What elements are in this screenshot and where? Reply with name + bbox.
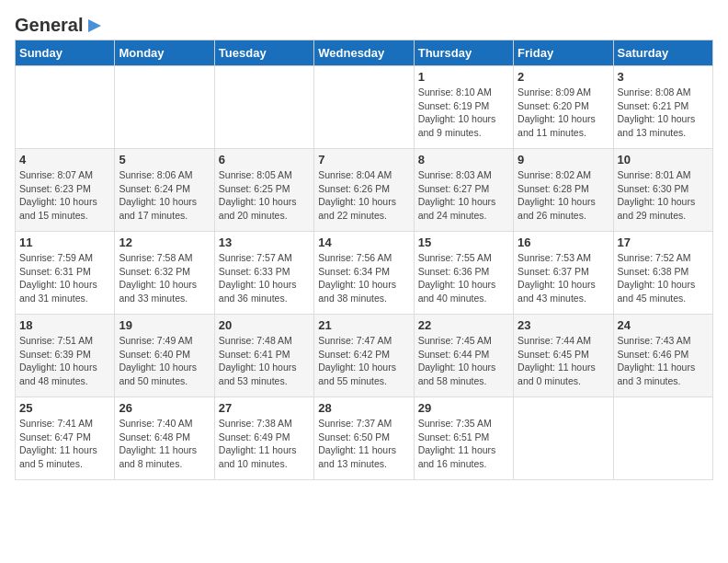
calendar-cell [514,397,613,480]
day-info: Sunrise: 8:10 AMSunset: 6:19 PMDaylight:… [418,86,509,140]
day-info: Sunrise: 7:43 AMSunset: 6:46 PMDaylight:… [618,334,709,388]
weekday-header-tuesday: Tuesday [214,40,313,66]
logo: General [15,15,105,32]
calendar-cell: 13Sunrise: 7:57 AMSunset: 6:33 PMDayligh… [214,232,313,315]
calendar-cell: 11Sunrise: 7:59 AMSunset: 6:31 PMDayligh… [16,232,115,315]
calendar-cell: 14Sunrise: 7:56 AMSunset: 6:34 PMDayligh… [314,232,414,315]
day-number: 14 [318,236,409,249]
weekday-header-sunday: Sunday [16,40,115,66]
day-info: Sunrise: 7:40 AMSunset: 6:48 PMDaylight:… [119,417,210,471]
day-info: Sunrise: 7:55 AMSunset: 6:36 PMDaylight:… [418,251,509,305]
day-number: 1 [418,70,509,84]
calendar-cell [613,397,712,480]
calendar-cell: 4Sunrise: 8:07 AMSunset: 6:23 PMDaylight… [16,149,115,232]
day-number: 17 [618,236,709,249]
day-number: 19 [119,318,210,332]
day-info: Sunrise: 8:04 AMSunset: 6:26 PMDaylight:… [318,168,409,223]
calendar-week-3: 18Sunrise: 7:51 AMSunset: 6:39 PMDayligh… [16,315,713,397]
day-number: 22 [418,318,509,332]
calendar-week-2: 11Sunrise: 7:59 AMSunset: 6:31 PMDayligh… [16,232,713,315]
day-info: Sunrise: 8:03 AMSunset: 6:27 PMDaylight:… [418,168,509,223]
day-info: Sunrise: 8:06 AMSunset: 6:24 PMDaylight:… [119,168,210,223]
calendar-cell: 19Sunrise: 7:49 AMSunset: 6:40 PMDayligh… [115,315,214,397]
day-number: 16 [518,236,609,249]
day-info: Sunrise: 7:57 AMSunset: 6:33 PMDaylight:… [219,251,310,305]
logo-arrow-icon [85,16,105,36]
day-info: Sunrise: 7:47 AMSunset: 6:42 PMDaylight:… [318,334,409,388]
calendar-cell [214,66,313,149]
calendar-cell: 12Sunrise: 7:58 AMSunset: 6:32 PMDayligh… [115,232,214,315]
day-number: 12 [119,236,210,249]
day-info: Sunrise: 8:07 AMSunset: 6:23 PMDaylight:… [19,168,110,223]
calendar-cell: 29Sunrise: 7:35 AMSunset: 6:51 PMDayligh… [414,397,513,480]
day-info: Sunrise: 7:49 AMSunset: 6:40 PMDaylight:… [119,334,210,388]
weekday-header-wednesday: Wednesday [314,40,414,66]
day-info: Sunrise: 7:48 AMSunset: 6:41 PMDaylight:… [219,334,310,388]
calendar-cell: 8Sunrise: 8:03 AMSunset: 6:27 PMDaylight… [414,149,513,232]
day-info: Sunrise: 7:52 AMSunset: 6:38 PMDaylight:… [618,251,709,305]
day-number: 20 [219,318,310,332]
day-number: 8 [418,153,509,167]
day-number: 2 [518,70,609,84]
calendar-cell: 5Sunrise: 8:06 AMSunset: 6:24 PMDaylight… [115,149,214,232]
day-number: 9 [518,153,609,167]
day-number: 11 [19,236,110,249]
day-info: Sunrise: 8:01 AMSunset: 6:30 PMDaylight:… [618,168,709,223]
calendar-cell: 25Sunrise: 7:41 AMSunset: 6:47 PMDayligh… [16,397,115,480]
weekday-header-monday: Monday [115,40,214,66]
calendar-cell: 10Sunrise: 8:01 AMSunset: 6:30 PMDayligh… [613,149,712,232]
calendar-week-0: 1Sunrise: 8:10 AMSunset: 6:19 PMDaylight… [16,66,713,149]
day-number: 25 [19,401,110,415]
day-number: 23 [518,318,609,332]
calendar-cell: 27Sunrise: 7:38 AMSunset: 6:49 PMDayligh… [214,397,313,480]
calendar-cell: 18Sunrise: 7:51 AMSunset: 6:39 PMDayligh… [16,315,115,397]
day-info: Sunrise: 7:45 AMSunset: 6:44 PMDaylight:… [418,334,509,388]
day-info: Sunrise: 8:05 AMSunset: 6:25 PMDaylight:… [219,168,310,223]
calendar-week-4: 25Sunrise: 7:41 AMSunset: 6:47 PMDayligh… [16,397,713,480]
day-number: 13 [219,236,310,249]
calendar-cell: 28Sunrise: 7:37 AMSunset: 6:50 PMDayligh… [314,397,414,480]
day-number: 15 [418,236,509,249]
calendar-cell: 21Sunrise: 7:47 AMSunset: 6:42 PMDayligh… [314,315,414,397]
calendar-cell: 9Sunrise: 8:02 AMSunset: 6:28 PMDaylight… [514,149,613,232]
calendar-cell: 15Sunrise: 7:55 AMSunset: 6:36 PMDayligh… [414,232,513,315]
calendar-week-1: 4Sunrise: 8:07 AMSunset: 6:23 PMDaylight… [16,149,713,232]
logo-general: General [15,15,83,36]
calendar-cell: 6Sunrise: 8:05 AMSunset: 6:25 PMDaylight… [214,149,313,232]
day-number: 6 [219,153,310,167]
calendar-header-row: SundayMondayTuesdayWednesdayThursdayFrid… [16,40,713,66]
calendar-cell: 26Sunrise: 7:40 AMSunset: 6:48 PMDayligh… [115,397,214,480]
day-info: Sunrise: 7:35 AMSunset: 6:51 PMDaylight:… [418,417,509,471]
calendar-cell: 16Sunrise: 7:53 AMSunset: 6:37 PMDayligh… [514,232,613,315]
day-info: Sunrise: 8:08 AMSunset: 6:21 PMDaylight:… [618,86,709,140]
calendar-cell: 22Sunrise: 7:45 AMSunset: 6:44 PMDayligh… [414,315,513,397]
calendar-cell [314,66,414,149]
day-info: Sunrise: 7:58 AMSunset: 6:32 PMDaylight:… [119,251,210,305]
day-info: Sunrise: 8:09 AMSunset: 6:20 PMDaylight:… [518,86,609,140]
calendar-cell [16,66,115,149]
day-number: 29 [418,401,509,415]
day-info: Sunrise: 7:51 AMSunset: 6:39 PMDaylight:… [19,334,110,388]
calendar-cell: 7Sunrise: 8:04 AMSunset: 6:26 PMDaylight… [314,149,414,232]
day-number: 21 [318,318,409,332]
calendar-cell: 20Sunrise: 7:48 AMSunset: 6:41 PMDayligh… [214,315,313,397]
calendar-cell [115,66,214,149]
svg-marker-0 [88,19,101,32]
weekday-header-friday: Friday [514,40,613,66]
day-info: Sunrise: 7:53 AMSunset: 6:37 PMDaylight:… [518,251,609,305]
calendar-cell: 3Sunrise: 8:08 AMSunset: 6:21 PMDaylight… [613,66,712,149]
day-number: 5 [119,153,210,167]
day-number: 24 [618,318,709,332]
calendar-cell: 17Sunrise: 7:52 AMSunset: 6:38 PMDayligh… [613,232,712,315]
weekday-header-saturday: Saturday [613,40,712,66]
day-number: 28 [318,401,409,415]
day-number: 7 [318,153,409,167]
day-info: Sunrise: 7:38 AMSunset: 6:49 PMDaylight:… [219,417,310,471]
day-number: 10 [618,153,709,167]
day-number: 18 [19,318,110,332]
weekday-header-thursday: Thursday [414,40,513,66]
day-info: Sunrise: 7:41 AMSunset: 6:47 PMDaylight:… [19,417,110,471]
calendar-cell: 23Sunrise: 7:44 AMSunset: 6:45 PMDayligh… [514,315,613,397]
calendar-cell: 1Sunrise: 8:10 AMSunset: 6:19 PMDaylight… [414,66,513,149]
day-info: Sunrise: 7:56 AMSunset: 6:34 PMDaylight:… [318,251,409,305]
